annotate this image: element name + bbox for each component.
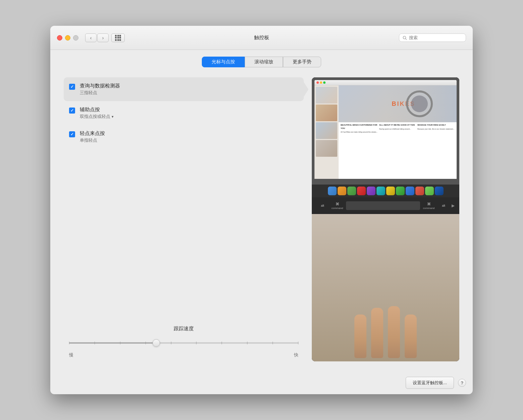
slow-label: 慢 [69,352,73,358]
tracking-label: 跟踪速度 [69,326,298,332]
dock-icon [367,187,375,195]
right-cmd-label: command [423,207,434,210]
dock-icon [415,187,424,195]
checkmark-icon-3: ✓ [70,132,74,137]
dropdown-arrow-icon[interactable]: ▾ [112,115,114,119]
dock-icon [328,187,337,195]
keyboard-bar: alt ⌘ command ⌘ command alt ▶ [312,197,459,214]
search-icon [403,36,407,40]
tracking-section: 跟踪速度 [64,319,304,361]
tabs-row: 光标与点按 滚动缩放 更多手势 [64,57,459,67]
checkmark-icon: ✓ [70,84,74,89]
option-tap-desc: 单指轻点 [80,137,105,143]
slider-thumb[interactable] [153,339,160,347]
dock-bar [312,185,459,197]
setup-bluetooth-button[interactable]: 设置蓝牙触控板... [406,377,454,389]
back-button[interactable]: ‹ [85,33,97,42]
dock-icon [435,187,444,195]
help-button[interactable]: ? [458,379,466,387]
dock-icon [406,187,414,195]
right-cmd-symbol: ⌘ [427,202,431,206]
dock-icon [386,187,395,195]
left-panel: ✓ 查询与数据检测器 三指轻点 ✓ 辅助点按 双指点按或轻点 [64,77,304,361]
dock-icon [357,187,366,195]
left-cmd-label: command [331,207,343,210]
checkmark-icon-2: ✓ [70,108,74,113]
fast-label: 快 [294,352,298,358]
option-lookup[interactable]: ✓ 查询与数据检测器 三指轻点 [64,77,304,101]
checkbox-secondary[interactable]: ✓ [69,108,75,114]
dock-icon [347,187,356,195]
search-box[interactable] [399,33,466,42]
close-button[interactable] [57,35,62,41]
option-lookup-desc: 三指轻点 [80,90,120,96]
left-cmd-symbol: ⌘ [336,202,339,206]
slider-labels: 慢 快 [69,352,298,358]
traffic-lights [57,35,78,41]
dock-icon [425,187,434,195]
right-alt-key: alt [442,204,445,207]
dock-icon [396,187,405,195]
fullscreen-button[interactable] [73,35,78,41]
finger-2 [371,308,383,358]
minimize-button[interactable] [65,35,70,41]
option-tap-title: 轻点来点按 [80,130,105,137]
grid-icon [115,35,121,41]
left-alt-key: alt [321,204,324,207]
hand-fingers [354,306,417,358]
titlebar: ‹ › 触控板 [50,26,473,50]
finger-4 [405,314,417,358]
option-tap-text: 轻点来点按 单指轻点 [80,130,105,143]
finger-3 [388,306,400,358]
option-lookup-title: 查询与数据检测器 [80,83,120,89]
tab-scroll-zoom[interactable]: 滚动缩放 [245,57,283,67]
option-secondary-text: 辅助点按 双指点按或轻点 ▾ [80,107,114,120]
option-secondary-title: 辅助点按 [80,107,114,113]
main-panel: ✓ 查询与数据检测器 三指轻点 ✓ 辅助点按 双指点按或轻点 [64,77,459,361]
option-secondary-click[interactable]: ✓ 辅助点按 双指点按或轻点 ▾ [64,101,304,125]
checkbox-lookup[interactable]: ✓ [69,84,75,90]
search-input[interactable] [409,35,462,40]
spacebar [346,201,420,210]
content-area: 光标与点按 滚动缩放 更多手势 ✓ 查询与数据检测器 三指轻点 [50,50,473,371]
main-window: ‹ › 触控板 光标与点按 滚动缩放 更多手势 [50,26,473,394]
bottom-bar: 设置蓝牙触控板... ? [50,371,473,394]
dock-icon [376,187,385,195]
right-panel: BIKES [312,77,459,361]
tab-cursor-click[interactable]: 光标与点按 [202,57,245,67]
option-secondary-desc: 双指点按或轻点 ▾ [80,114,114,120]
svg-line-1 [406,39,407,40]
window-title: 触控板 [254,34,269,41]
grid-view-button[interactable] [111,33,125,42]
option-tap-click[interactable]: ✓ 轻点来点按 单指轻点 [64,125,304,149]
touchpad-image [312,214,459,361]
tab-more-gestures[interactable]: 更多手势 [283,57,321,67]
checkbox-tap[interactable]: ✓ [69,131,75,137]
nav-buttons: ‹ › [85,33,109,42]
dock-icon [338,187,346,195]
screen-preview: BIKES [312,77,459,185]
finger-1 [354,314,366,358]
option-lookup-text: 查询与数据检测器 三指轻点 [80,83,120,96]
slider-container: 慢 快 [69,338,298,358]
forward-button[interactable]: › [97,33,109,42]
